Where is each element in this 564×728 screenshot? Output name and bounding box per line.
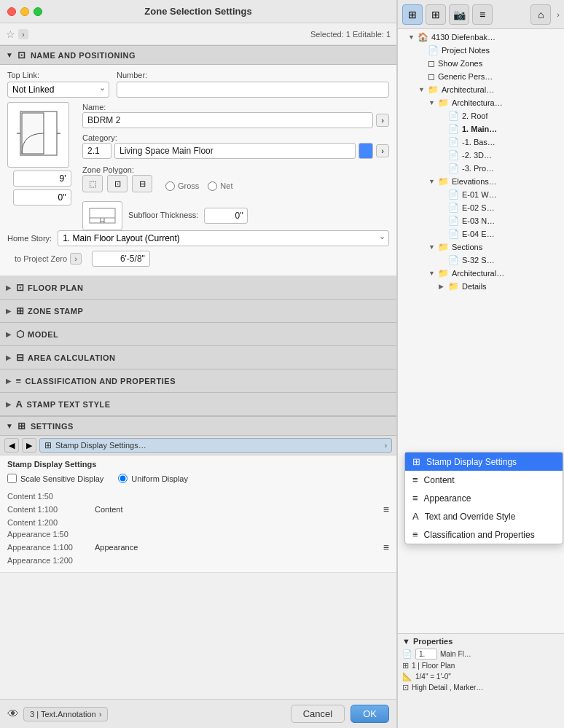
label-classification: CLASSIFICATION AND PROPERTIES [26, 377, 176, 385]
top-link-select[interactable]: Not Linked [7, 82, 109, 98]
tree-item-architectura-2[interactable]: ▼ 📁 Architectura… [398, 96, 564, 109]
net-radio[interactable] [208, 181, 217, 191]
tree-item-e-04-e[interactable]: 📄 E-04 E… [398, 227, 564, 240]
name-input[interactable] [82, 112, 373, 128]
height-9-input[interactable] [13, 171, 71, 187]
tree-icon-e-01-w: 📄 [448, 189, 459, 200]
polygon-icon-3[interactable]: ⊟ [132, 175, 152, 192]
nav-label: ⊞ Stamp Display Settings… › [39, 438, 392, 453]
net-radio-label[interactable]: Net [208, 181, 232, 191]
gross-radio-label[interactable]: Gross [165, 181, 199, 191]
zone-polygon-section: Zone Polygon: ⬚ ⊡ ⊟ Gross [82, 165, 389, 197]
uniform-display-radio[interactable] [118, 474, 128, 483]
right-form: Name: › Category: › Zone Polygon: [82, 102, 389, 230]
tree-icon-e-02-s: 📄 [448, 203, 459, 213]
close-button[interactable] [7, 7, 16, 16]
tree-item-architectural[interactable]: ▼ 📁 Architectural… [398, 83, 564, 96]
tree-item-2-roof[interactable]: 📄 2. Roof [398, 109, 564, 122]
section-model[interactable]: ▶ ⬡ MODEL [0, 323, 396, 346]
tree-item-neg1-bas[interactable]: 📄 -1. Bas… [398, 136, 564, 149]
tree-item-elevations[interactable]: ▼ 📁 Elevations… [398, 175, 564, 188]
tree-item-e-02-s[interactable]: 📄 E-02 S… [398, 201, 564, 214]
uniform-display-label[interactable]: Uniform Display [118, 474, 188, 483]
layer-button[interactable]: 3 | Text.Annotation › [23, 707, 108, 721]
rt-home-button[interactable]: ⌂ [530, 4, 551, 25]
settings-content: ◀ ▶ ⊞ Stamp Display Settings… › Stamp Di… [0, 436, 396, 573]
nav-forward-button[interactable]: ▶ [22, 438, 36, 453]
number-input[interactable] [117, 82, 389, 98]
section-name-positioning[interactable]: ▼ ⊡ NAME AND POSITIONING [0, 45, 396, 65]
maximize-button[interactable] [34, 7, 42, 16]
tree-item-s-32-s[interactable]: 📄 S-32 S… [398, 254, 564, 267]
height-0-input[interactable] [13, 189, 71, 206]
minimize-button[interactable] [20, 7, 29, 16]
stamp-settings-label: Stamp Display Settings [0, 455, 396, 471]
rt-toolbar-btn-3[interactable]: 📷 [449, 4, 469, 25]
ok-button[interactable]: OK [350, 705, 389, 723]
nav-back-button[interactable]: ◀ [4, 438, 19, 453]
arrow-area-calculation: ▶ [6, 354, 12, 361]
tree-item-generic-pers[interactable]: ◻ Generic Pers… [398, 70, 564, 83]
arrow-classification: ▶ [6, 377, 12, 385]
home-story-row: Home Story: 1. Main Floor Layout (Curren… [7, 230, 389, 246]
dropdown-item-appearance[interactable]: ≡ Appearance [405, 489, 563, 507]
home-story-select[interactable]: 1. Main Floor Layout (Current) [58, 230, 389, 246]
tree-item-root-4130[interactable]: ▼ 🏠 4130 Diefenbak… [398, 31, 564, 44]
tree-item-sections-folder[interactable]: ▼ 📁 Sections [398, 240, 564, 254]
subfloor-label: Subfloor Thickness: [128, 211, 198, 219]
tree-arrow-architectural-3: ▼ [428, 270, 436, 277]
name-arrow-button[interactable]: › [376, 114, 389, 127]
section-area-calculation[interactable]: ▶ ⊟ AREA CALCULATION [0, 346, 396, 369]
tree-label-e-04-e: E-04 E… [462, 230, 495, 238]
scale-sensitive-checkbox[interactable] [7, 474, 17, 483]
polygon-icon-2[interactable]: ⊡ [107, 175, 128, 192]
nav-label-text: Stamp Display Settings… [55, 441, 146, 450]
section-zone-stamp[interactable]: ▶ ⊞ ZONE STAMP [0, 300, 396, 323]
project-zero-height-input[interactable] [92, 251, 150, 267]
svg-rect-4 [90, 208, 115, 223]
nav-label-icon: ⊞ [44, 440, 52, 450]
section-floor-plan[interactable]: ▶ ⊡ FLOOR PLAN [0, 276, 396, 300]
tree-item-neg3-pro[interactable]: 📄 -3. Pro… [398, 162, 564, 175]
category-name-input[interactable] [114, 143, 356, 159]
dropdown-item-stamp-display[interactable]: ⊞ Stamp Display Settings [405, 453, 563, 471]
tree-item-project-notes[interactable]: 📄 Project Notes [398, 44, 564, 57]
tree-item-e-03-n[interactable]: 📄 E-03 N… [398, 214, 564, 227]
section-settings-header[interactable]: ▼ ⊞ SETTINGS [0, 416, 396, 436]
tree-item-details[interactable]: ▶ 📁 Details [398, 280, 564, 293]
favorite-button[interactable]: ☆ [6, 28, 15, 40]
top-link-select-wrapper: Not Linked [7, 82, 109, 98]
dropdown-item-text-override[interactable]: A Text and Override Style [405, 507, 563, 525]
scale-sensitive-label[interactable]: Scale Sensitive Display [7, 474, 103, 483]
dropdown-item-content[interactable]: ≡ Content [405, 471, 563, 489]
rt-toolbar-btn-1[interactable]: ⊞ [402, 4, 423, 25]
dropdown-item-classification-props[interactable]: ≡ Classification and Properties [405, 525, 563, 544]
tree-item-1-main[interactable]: 📄 1. Main… [398, 122, 564, 136]
tree-item-e-01-w[interactable]: 📄 E-01 W… [398, 188, 564, 201]
rt-toolbar-btn-4[interactable]: ≡ [472, 4, 493, 25]
tree-item-architectural-3[interactable]: ▼ 📁 Architectural… [398, 267, 564, 280]
project-zero-row: to Project Zero › [15, 251, 389, 267]
section-stamp-text-style[interactable]: ▶ A STAMP TEXT STYLE [0, 393, 396, 416]
category-label: Category: [82, 133, 117, 142]
tree-item-neg2-3d[interactable]: 📄 -2. 3D… [398, 149, 564, 162]
bottom-bar: 👁 3 | Text.Annotation › Cancel OK [0, 699, 396, 728]
name-pos-content: Top Link: Not Linked Number: [0, 65, 396, 276]
category-arrow-button[interactable]: › [376, 144, 389, 157]
category-color-swatch[interactable] [359, 143, 373, 159]
subfloor-input[interactable] [204, 208, 248, 224]
project-zero-button[interactable]: › [70, 253, 82, 265]
tree-item-show-zones[interactable]: ◻ Show Zones [398, 57, 564, 70]
polygon-icon-1[interactable]: ⬚ [82, 175, 103, 192]
expand-button[interactable]: › [18, 29, 28, 39]
gross-radio[interactable] [165, 181, 175, 191]
label-stamp-text-style: STAMP TEXT STYLE [26, 400, 110, 409]
rt-toolbar-btn-2[interactable]: ⊞ [426, 4, 446, 25]
scale-table: Content 1:50 Content 1:100 Content ≡ Con… [0, 488, 396, 572]
cancel-button[interactable]: Cancel [291, 705, 345, 723]
category-number-input[interactable] [82, 143, 111, 159]
scale-sensitive-text: Scale Sensitive Display [20, 474, 103, 483]
bottom-left: 👁 3 | Text.Annotation › [7, 707, 108, 721]
section-classification[interactable]: ▶ ≡ CLASSIFICATION AND PROPERTIES [0, 369, 396, 393]
toolbar-left: ☆ › [6, 28, 28, 40]
